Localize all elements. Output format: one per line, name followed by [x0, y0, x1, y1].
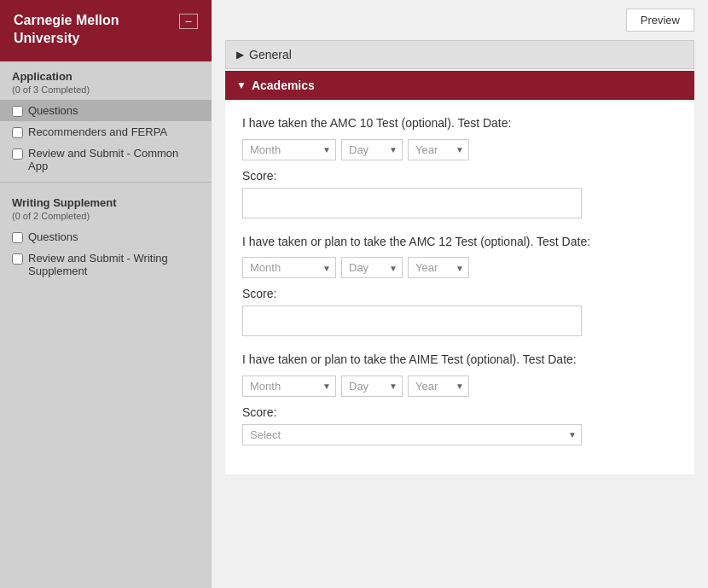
aime-question-text: I have taken or plan to take the AIME Te… — [242, 352, 677, 369]
app-recommenders-label: Recommenders and FERPA — [28, 125, 167, 138]
sidebar-item-ws-review[interactable]: Review and Submit - Writing Supplement — [0, 247, 212, 282]
general-arrow: ▶ — [236, 49, 244, 61]
sidebar: Carnegie Mellon University − Application… — [0, 0, 212, 588]
sidebar-item-app-questions[interactable]: Questions — [0, 100, 212, 121]
amc12-year-wrapper: Year — [408, 257, 469, 278]
sidebar-item-app-review[interactable]: Review and Submit - Common App — [0, 143, 212, 177]
main-body: ▶ General ▼ Academics I have taken the A… — [212, 40, 708, 588]
sidebar-item-app-recommenders[interactable]: Recommenders and FERPA — [0, 121, 212, 143]
amc12-month-select[interactable]: Month — [242, 257, 336, 278]
writing-supplement-progress: (0 of 2 Completed) — [0, 211, 212, 226]
aime-score-wrapper: Select — [242, 424, 582, 445]
main-header: Preview — [212, 0, 708, 40]
amc12-question-text: I have taken or plan to take the AMC 12 … — [242, 234, 677, 251]
aime-day-wrapper: Day — [341, 376, 403, 397]
application-progress: (0 of 3 Completed) — [0, 84, 212, 100]
academics-section-label: Academics — [252, 79, 315, 92]
amc12-question: I have taken or plan to take the AMC 12 … — [242, 234, 677, 337]
aime-year-select[interactable]: Year — [408, 376, 469, 397]
aime-month-wrapper: Month — [242, 376, 336, 397]
amc10-question: I have taken the AMC 10 Test (optional).… — [242, 115, 677, 218]
amc10-score-input[interactable] — [242, 188, 582, 218]
amc12-date-row: Month Day Year — [242, 257, 677, 278]
minimize-button[interactable]: − — [179, 14, 198, 29]
amc10-score-label: Score: — [242, 169, 677, 183]
academics-section-bar[interactable]: ▼ Academics — [225, 71, 694, 100]
university-name: Carnegie Mellon University — [14, 12, 179, 48]
amc10-question-text: I have taken the AMC 10 Test (optional).… — [242, 115, 677, 132]
amc10-month-wrapper: Month — [242, 139, 336, 160]
sidebar-header: Carnegie Mellon University − — [0, 0, 212, 61]
amc12-day-wrapper: Day — [341, 257, 403, 278]
amc10-date-row: Month Day Year — [242, 139, 677, 160]
general-section-label: General — [249, 48, 292, 61]
app-recommenders-checkbox[interactable] — [12, 127, 23, 138]
amc12-month-wrapper: Month — [242, 257, 336, 278]
aime-year-wrapper: Year — [408, 376, 469, 397]
application-section-label: Application — [0, 61, 212, 84]
main-content: Preview ▶ General ▼ Academics I have tak… — [212, 0, 708, 588]
amc10-year-wrapper: Year — [408, 139, 469, 160]
amc10-day-select[interactable]: Day — [341, 139, 403, 160]
academics-arrow: ▼ — [236, 79, 247, 91]
amc12-score-input[interactable] — [242, 306, 582, 336]
ws-questions-checkbox[interactable] — [12, 232, 23, 243]
academics-form: I have taken the AMC 10 Test (optional).… — [225, 102, 694, 474]
writing-supplement-label: Writing Supplement — [0, 188, 212, 211]
amc12-score-label: Score: — [242, 287, 677, 300]
app-review-checkbox[interactable] — [12, 148, 23, 160]
amc12-year-select[interactable]: Year — [408, 257, 469, 278]
ws-review-label: Review and Submit - Writing Supplement — [28, 252, 200, 277]
aime-score-select[interactable]: Select — [242, 424, 582, 445]
sidebar-item-ws-questions[interactable]: Questions — [0, 226, 212, 247]
general-section-bar[interactable]: ▶ General — [225, 40, 694, 69]
aime-question: I have taken or plan to take the AIME Te… — [242, 352, 677, 445]
app-questions-label: Questions — [28, 104, 78, 117]
aime-score-label: Score: — [242, 405, 677, 419]
amc10-day-wrapper: Day — [341, 139, 403, 160]
preview-button[interactable]: Preview — [626, 9, 694, 32]
amc12-day-select[interactable]: Day — [341, 257, 403, 278]
app-questions-checkbox[interactable] — [12, 106, 23, 117]
ws-review-checkbox[interactable] — [12, 253, 23, 265]
aime-month-select[interactable]: Month — [242, 376, 336, 397]
ws-questions-label: Questions — [28, 230, 78, 243]
aime-date-row: Month Day Year — [242, 376, 677, 397]
sidebar-divider — [0, 182, 212, 183]
app-review-label: Review and Submit - Common App — [28, 147, 200, 172]
amc10-year-select[interactable]: Year — [408, 139, 469, 160]
aime-day-select[interactable]: Day — [341, 376, 403, 397]
amc10-month-select[interactable]: Month — [242, 139, 336, 160]
